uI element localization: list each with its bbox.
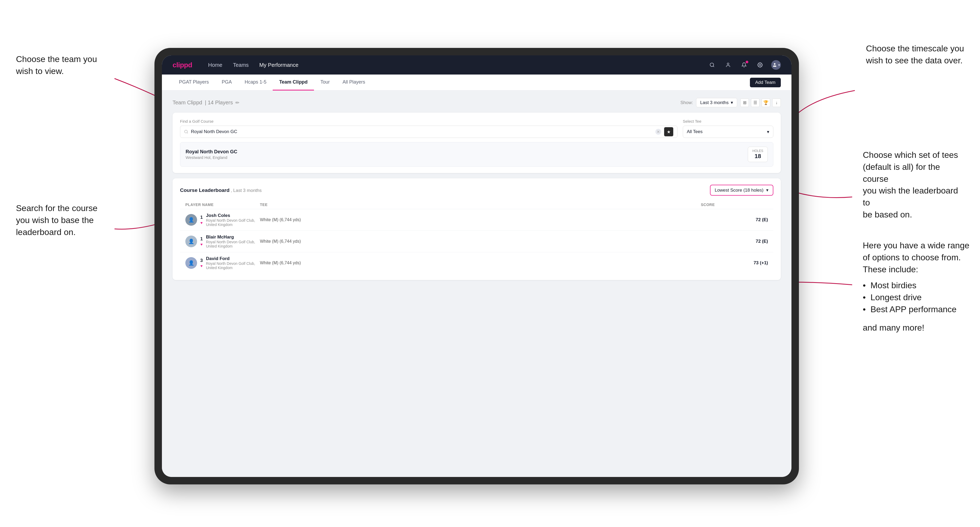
player-rank-1: 1 [200, 215, 203, 220]
annotation-choose-team: Choose the team you wish to view. [16, 53, 97, 77]
svg-point-5 [759, 64, 761, 66]
player-avatar-1: 👤 [185, 214, 197, 226]
heart-icon-2: ♥ [200, 242, 203, 246]
nav-home[interactable]: Home [208, 62, 222, 68]
leaderboard-subtitle: , Last 3 months [231, 188, 261, 193]
score-cell-3: 73 (+1) [715, 260, 768, 266]
course-result-location: Westward Hol, England [186, 155, 237, 160]
svg-line-3 [713, 66, 714, 67]
list-view-btn[interactable]: ☰ [751, 98, 759, 107]
nav-links: Home Teams My Performance [208, 62, 707, 68]
col-score: SCORE [640, 203, 715, 207]
player-club-3: Royal North Devon Golf Club, United King… [206, 261, 260, 270]
view-icons: ⊞ ☰ 🏆 ↓ [740, 98, 781, 107]
avatar-btn[interactable]: ▾ [771, 60, 781, 70]
sub-nav-tabs: PGAT Players PGA Hcaps 1-5 Team Clippd T… [173, 75, 371, 90]
course-result-row: Royal North Devon GC Westward Hol, Engla… [180, 142, 773, 167]
player-count: | 14 Players [205, 100, 233, 106]
tab-tour[interactable]: Tour [314, 75, 336, 90]
svg-point-7 [185, 130, 188, 133]
leaderboard-card: Course Leaderboard , Last 3 months Lowes… [173, 178, 781, 280]
find-course-label: Find a Golf Course [180, 119, 678, 124]
show-dropdown[interactable]: Last 3 months ▾ [696, 98, 737, 107]
annotation-timescale: Choose the timescale you wish to see the… [866, 43, 964, 67]
svg-line-8 [187, 133, 188, 133]
player-rank-heart-1: 1 ♥ [200, 215, 203, 225]
tablet-screen: clippd Home Teams My Performance [162, 56, 791, 477]
search-icon [184, 130, 188, 134]
player-cell-2: 👤 1 ♥ Blair McHarg Royal North Devon Gol… [185, 235, 260, 248]
holes-value: 18 [752, 153, 763, 160]
person-icon-btn[interactable] [723, 60, 733, 70]
tab-hcaps[interactable]: Hcaps 1-5 [238, 75, 273, 90]
course-search-input[interactable] [191, 129, 653, 135]
player-rank-2: 1 [200, 237, 203, 242]
col-player-name: PLAYER NAME [185, 203, 260, 207]
tee-select-dropdown[interactable]: All Tees ▾ [683, 125, 773, 138]
tab-team-clippd[interactable]: Team Clippd [273, 75, 314, 90]
heart-icon-1: ♥ [200, 221, 203, 225]
tab-all-players[interactable]: All Players [336, 75, 371, 90]
tee-cell-2: White (M) (6,744 yds) [260, 239, 640, 244]
player-name-2: Blair McHarg [206, 235, 260, 240]
svg-point-6 [774, 63, 775, 65]
search-icon-btn[interactable] [707, 60, 717, 70]
svg-point-2 [710, 63, 714, 67]
nav-icons: ▾ [707, 60, 781, 70]
add-team-button[interactable]: Add Team [750, 78, 781, 87]
table-row: 👤 1 ♥ Blair McHarg Royal North Devon Gol… [180, 230, 773, 252]
tablet-device: clippd Home Teams My Performance [154, 48, 799, 484]
course-result-name: Royal North Devon GC [186, 149, 237, 155]
table-row: 👤 3 ♥ David Ford Royal North Devon Golf … [180, 252, 773, 274]
find-course-field: Find a Golf Course ✕ ★ [180, 119, 678, 138]
tee-field: Select Tee All Tees ▾ [683, 119, 773, 138]
settings-icon-btn[interactable] [755, 60, 765, 70]
player-rank-3: 3 [200, 258, 203, 263]
player-rank-heart-2: 1 ♥ [200, 237, 203, 246]
holes-label: Holes [752, 149, 763, 153]
table-row: 👤 1 ♥ Josh Coles Royal North Devon Golf … [180, 209, 773, 230]
player-club-1: Royal North Devon Golf Club, United King… [206, 218, 260, 227]
player-name-3: David Ford [206, 256, 260, 261]
holes-box: Holes 18 [748, 147, 768, 162]
edit-icon[interactable]: ✏ [235, 100, 239, 106]
leaderboard-table: PLAYER NAME TEE SCORE 👤 1 ♥ [180, 200, 773, 274]
main-content: Team Clippd | 14 Players ✏ Show: Last 3 … [162, 90, 791, 477]
leaderboard-header: Course Leaderboard , Last 3 months Lowes… [180, 185, 773, 195]
team-title: Team Clippd | 14 Players [173, 100, 233, 106]
grid-view-btn[interactable]: ⊞ [740, 98, 749, 107]
annotation-options: Here you have a wide range of options to… [863, 240, 969, 334]
score-type-dropdown[interactable]: Lowest Score (18 holes) ▾ [710, 185, 773, 195]
search-card: Find a Golf Course ✕ ★ [173, 113, 781, 173]
score-cell-1: 72 (E) [715, 217, 768, 222]
player-name-1: Josh Coles [206, 213, 260, 218]
tee-cell-1: White (M) (6,744 yds) [260, 217, 640, 222]
nav-teams[interactable]: Teams [233, 62, 249, 68]
leaderboard-title: Course Leaderboard [180, 187, 229, 193]
player-info-1: Josh Coles Royal North Devon Golf Club, … [206, 213, 260, 227]
player-club-2: Royal North Devon Golf Club, United King… [206, 240, 260, 248]
tab-pga[interactable]: PGA [215, 75, 238, 90]
team-header: Team Clippd | 14 Players ✏ Show: Last 3 … [173, 98, 781, 107]
sub-nav: PGAT Players PGA Hcaps 1-5 Team Clippd T… [162, 75, 791, 90]
annotation-tees: Choose which set of tees (default is all… [863, 149, 964, 221]
show-control: Show: Last 3 months ▾ ⊞ ☰ 🏆 ↓ [680, 98, 781, 107]
download-btn[interactable]: ↓ [772, 98, 781, 107]
top-nav: clippd Home Teams My Performance [162, 56, 791, 75]
heart-icon-3: ♥ [200, 264, 203, 268]
score-cell-2: 72 (E) [715, 239, 768, 244]
player-avatar-3: 👤 [185, 257, 197, 269]
search-row: Find a Golf Course ✕ ★ [180, 119, 773, 138]
bell-icon-btn[interactable] [739, 60, 749, 70]
player-info-2: Blair McHarg Royal North Devon Golf Club… [206, 235, 260, 248]
player-avatar-2: 👤 [185, 236, 197, 247]
show-label: Show: [680, 100, 693, 105]
player-info-3: David Ford Royal North Devon Golf Club, … [206, 256, 260, 270]
star-button[interactable]: ★ [664, 127, 673, 137]
course-search-wrapper: ✕ ★ [180, 125, 678, 138]
clear-button[interactable]: ✕ [655, 129, 661, 135]
trophy-btn[interactable]: 🏆 [762, 98, 770, 107]
tab-pgat-players[interactable]: PGAT Players [173, 75, 215, 90]
nav-my-performance[interactable]: My Performance [259, 62, 299, 68]
svg-point-4 [727, 63, 729, 65]
